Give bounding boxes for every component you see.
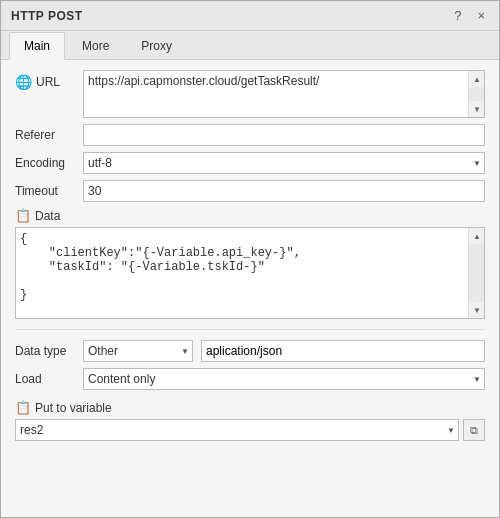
url-scrollbar: ▲ ▼ <box>468 71 484 117</box>
url-row: 🌐 URL https://api.capmonster.cloud/getTa… <box>15 70 485 118</box>
data-section: 📋 Data { "clientKey":"{-Variable.api_key… <box>15 208 485 319</box>
data-scroll-up[interactable]: ▲ <box>469 228 485 244</box>
variable-icon: 📋 <box>15 400 31 415</box>
dialog: HTTP POST ? × Main More Proxy 🌐 URL http… <box>0 0 500 518</box>
referer-input[interactable] <box>83 124 485 146</box>
data-input[interactable]: { "clientKey":"{-Variable.api_key-}", "t… <box>16 228 468 318</box>
timeout-input[interactable] <box>83 180 485 202</box>
url-wrapper: https://api.capmonster.cloud/getTaskResu… <box>83 70 485 118</box>
data-icon: 📋 <box>15 208 31 223</box>
datatype-row: Data type Other application/json applica… <box>15 340 485 362</box>
url-input[interactable]: https://api.capmonster.cloud/getTaskResu… <box>84 71 484 117</box>
var-row: res2 ▼ ⧉ <box>15 419 485 441</box>
title-bar-actions: ? × <box>450 7 489 24</box>
url-label: 🌐 URL <box>15 70 75 90</box>
data-scrollbar: ▲ ▼ <box>468 228 484 318</box>
timeout-label: Timeout <box>15 180 75 198</box>
help-button[interactable]: ? <box>450 7 465 24</box>
main-content: 🌐 URL https://api.capmonster.cloud/getTa… <box>1 60 499 517</box>
timeout-row: Timeout <box>15 180 485 202</box>
copy-icon: ⧉ <box>470 424 478 437</box>
globe-icon: 🌐 <box>15 74 32 90</box>
tab-proxy[interactable]: Proxy <box>126 32 187 60</box>
referer-row: Referer <box>15 124 485 146</box>
load-select-wrapper: Content only Full response Headers only … <box>83 368 485 390</box>
put-to-variable-section: 📋 Put to variable res2 ▼ ⧉ <box>15 400 485 441</box>
title-bar: HTTP POST ? × <box>1 1 499 31</box>
scroll-track <box>469 87 484 101</box>
variable-select[interactable]: res2 <box>15 419 459 441</box>
encoding-select-wrapper: utf-8 ascii iso-8859-1 ▼ <box>83 152 485 174</box>
var-select-wrapper: res2 ▼ <box>15 419 459 441</box>
close-button[interactable]: × <box>473 7 489 24</box>
separator <box>15 329 485 330</box>
tab-more[interactable]: More <box>67 32 124 60</box>
content-type-input[interactable] <box>201 340 485 362</box>
dialog-title: HTTP POST <box>11 9 83 23</box>
tab-main[interactable]: Main <box>9 32 65 60</box>
data-scroll-track <box>469 244 484 302</box>
datatype-label: Data type <box>15 344 75 358</box>
datatype-select-wrapper: Other application/json application/x-www… <box>83 340 193 362</box>
encoding-select[interactable]: utf-8 ascii iso-8859-1 <box>83 152 485 174</box>
data-scroll-down[interactable]: ▼ <box>469 302 485 318</box>
encoding-row: Encoding utf-8 ascii iso-8859-1 ▼ <box>15 152 485 174</box>
scroll-up-arrow[interactable]: ▲ <box>469 71 485 87</box>
load-label: Load <box>15 372 75 386</box>
load-row: Load Content only Full response Headers … <box>15 368 485 390</box>
encoding-label: Encoding <box>15 152 75 170</box>
datatype-select[interactable]: Other application/json application/x-www… <box>83 340 193 362</box>
put-to-variable-label: 📋 Put to variable <box>15 400 485 415</box>
referer-label: Referer <box>15 124 75 142</box>
data-label: 📋 Data <box>15 208 485 223</box>
copy-variable-button[interactable]: ⧉ <box>463 419 485 441</box>
data-textarea-wrapper: { "clientKey":"{-Variable.api_key-}", "t… <box>15 227 485 319</box>
tabs: Main More Proxy <box>1 31 499 60</box>
scroll-down-arrow[interactable]: ▼ <box>469 101 485 117</box>
load-select[interactable]: Content only Full response Headers only <box>83 368 485 390</box>
